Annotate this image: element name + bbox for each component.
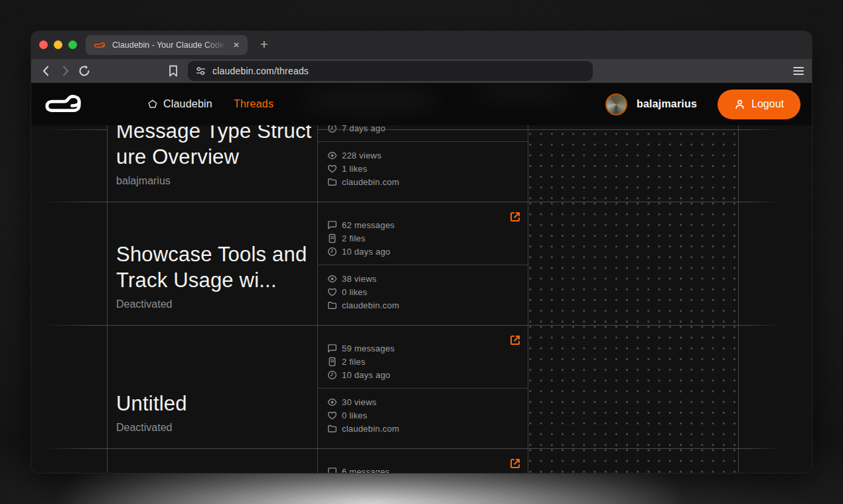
dot-pattern-cell [528, 202, 738, 325]
likes-count: 0 likes [342, 410, 367, 420]
views-count: 30 views [342, 397, 376, 407]
thread-author: Deactivated [116, 421, 301, 434]
time-ago: 10 days ago [342, 247, 390, 257]
url-bar[interactable]: claudebin.com/threads [188, 61, 593, 81]
files-stat: 2 files [327, 231, 517, 245]
window-controls [39, 40, 77, 49]
likes-stat: 0 likes [327, 285, 517, 298]
thread-title-cell[interactable] [107, 448, 317, 473]
eye-icon [327, 397, 337, 407]
row-border [317, 129, 781, 130]
nav-claudebin-label: Claudebin [163, 98, 212, 110]
files-count: 2 files [342, 233, 365, 243]
views-count: 228 views [342, 151, 382, 160]
site-permissions-icon[interactable] [196, 66, 206, 76]
thread-title: Showcase Tools and [116, 241, 301, 267]
messages-count: 62 messages [342, 220, 395, 230]
time-ago: 10 days ago [342, 370, 390, 380]
dot-pattern-cell [528, 325, 738, 448]
domain-label: claudebin.com [342, 177, 399, 187]
thread-stats-cell: 6 messages [317, 448, 528, 473]
bookmark-icon[interactable] [167, 64, 180, 78]
thread-row[interactable]: Untitled Deactivated 59 messages 2 files [43, 325, 738, 448]
nav-item-claudebin[interactable]: Claudebin [148, 83, 212, 125]
tab-title: Claudebin - Your Claude Code [112, 40, 229, 50]
close-window-button[interactable] [39, 40, 48, 49]
folder-icon [327, 424, 337, 434]
row-gutter [43, 325, 107, 448]
site-navbar: Claudebin Threads balajmarius Logout [31, 83, 812, 125]
row-gutter [43, 202, 107, 325]
reload-button[interactable] [78, 64, 91, 78]
menu-icon[interactable] [793, 66, 804, 76]
messages-stat: 62 messages [327, 218, 517, 231]
logout-label: Logout [751, 98, 784, 110]
domain-stat: claudebin.com [327, 422, 517, 435]
clock-icon [327, 370, 337, 380]
grid-vline [528, 125, 528, 473]
nav-item-threads[interactable]: Threads [234, 83, 273, 125]
messages-count: 59 messages [342, 344, 395, 353]
views-stat: 228 views [327, 149, 517, 162]
row-gutter [43, 448, 107, 473]
thread-title: Track Usage wi... [116, 267, 301, 293]
file-icon [327, 233, 337, 243]
dot-pattern-cell [528, 448, 738, 473]
maximize-window-button[interactable] [68, 40, 77, 49]
tab-close-icon[interactable]: ✕ [233, 40, 240, 50]
message-icon [327, 344, 337, 353]
stats-divider [317, 141, 528, 142]
thread-author: balajmarius [116, 174, 301, 188]
message-icon [327, 220, 337, 230]
views-stat: 38 views [327, 272, 517, 285]
domain-stat: claudebin.com [327, 298, 517, 312]
thread-stats-cell: 62 messages 2 files 10 days ago 38 views [317, 202, 528, 325]
row-border [43, 325, 781, 326]
thread-row[interactable]: 6 messages [43, 448, 738, 473]
time-stat: 10 days ago [327, 368, 517, 381]
claudebin-logo[interactable] [43, 94, 83, 114]
back-button[interactable] [39, 64, 52, 78]
claudebin-page: Message Type Struct ure Overview balajma… [31, 83, 812, 473]
heart-icon [327, 410, 337, 420]
home-icon [148, 99, 157, 109]
url-text[interactable]: claudebin.com/threads [212, 66, 309, 76]
message-icon [327, 467, 337, 473]
thread-author: Deactivated [116, 298, 301, 311]
open-thread-icon[interactable] [509, 211, 521, 223]
file-icon [327, 357, 337, 367]
messages-stat: 59 messages [327, 342, 517, 355]
browser-tab-bar: Claudebin - Your Claude Code ✕ + [31, 31, 812, 59]
open-thread-icon[interactable] [509, 458, 521, 470]
views-stat: 30 views [327, 395, 517, 409]
minimize-window-button[interactable] [54, 40, 62, 49]
blur-artifact [469, 83, 575, 104]
files-stat: 2 files [327, 355, 517, 368]
thread-title-cell[interactable]: Showcase Tools and Track Usage wi... Dea… [107, 202, 317, 325]
likes-count: 1 likes [342, 164, 367, 174]
grid-vline [738, 125, 739, 473]
browser-tab[interactable]: Claudebin - Your Claude Code ✕ [86, 35, 248, 55]
messages-count: 6 messages [342, 467, 390, 473]
messages-stat: 6 messages [327, 465, 517, 473]
heart-icon [327, 287, 337, 297]
stats-divider [317, 388, 528, 389]
forward-button[interactable] [59, 64, 72, 78]
open-thread-icon[interactable] [509, 334, 521, 346]
thread-row[interactable]: Showcase Tools and Track Usage wi... Dea… [43, 202, 738, 325]
person-icon [734, 99, 745, 110]
user-avatar[interactable] [605, 94, 627, 115]
new-tab-button[interactable]: + [256, 34, 273, 55]
views-count: 38 views [342, 274, 376, 284]
likes-count: 0 likes [342, 287, 367, 297]
folder-icon [327, 300, 337, 310]
logout-button[interactable]: Logout [718, 90, 801, 119]
row-border [43, 129, 107, 130]
grid-vline [317, 125, 318, 473]
domain-label: claudebin.com [342, 424, 399, 434]
grid-vline [107, 125, 108, 473]
eye-icon [327, 274, 337, 284]
thread-title-cell[interactable]: Untitled Deactivated [107, 325, 317, 448]
browser-toolbar: claudebin.com/threads [31, 59, 812, 83]
row-border [43, 448, 781, 449]
